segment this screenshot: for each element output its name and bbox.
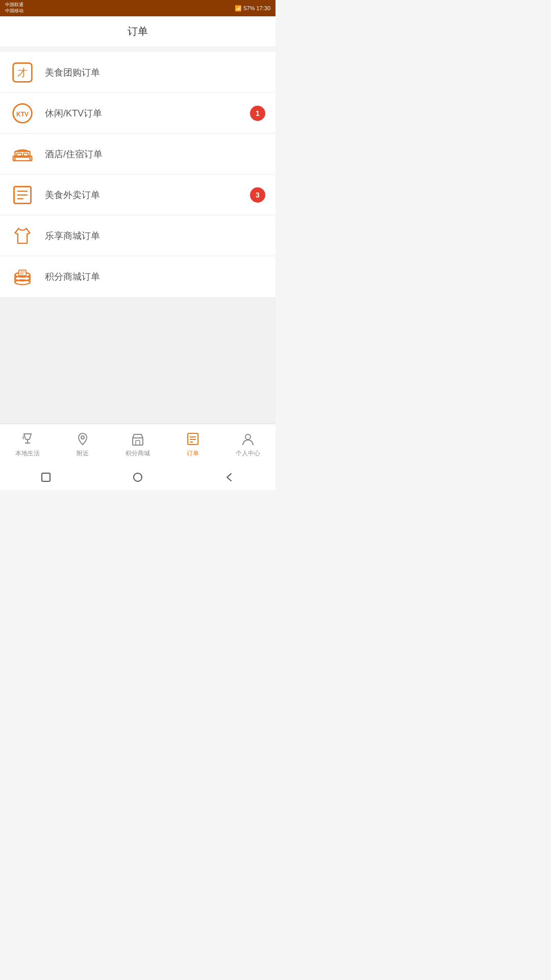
hotel-label: 酒店/住宿订单 <box>45 148 103 160</box>
nav-item-nearby[interactable]: 附近 <box>55 431 110 458</box>
orders-icon <box>185 431 201 447</box>
menu-item-food-group[interactable]: 才 美食团购订单 <box>0 52 276 93</box>
mall-icon <box>10 224 35 248</box>
menu-item-ktv[interactable]: KTV 休闲/KTV订单 1 <box>0 93 276 134</box>
bottom-nav: 本地生活 附近 积分商城 <box>0 424 276 464</box>
menu-item-mall[interactable]: 乐享商城订单 <box>0 215 276 256</box>
menu-list: 才 美食团购订单 KTV 休闲/KTV订单 1 <box>0 52 276 297</box>
ktv-label: 休闲/KTV订单 <box>45 107 102 119</box>
nav-item-orders[interactable]: 订单 <box>165 431 220 458</box>
points-label: 积分商城订单 <box>45 271 100 283</box>
person-icon <box>240 431 256 447</box>
menu-item-hotel[interactable]: 酒店/住宿订单 <box>0 134 276 175</box>
svg-point-36 <box>134 473 142 481</box>
hotel-icon <box>10 142 35 166</box>
nav-label-local: 本地生活 <box>15 449 40 458</box>
takeout-icon <box>10 183 35 207</box>
back-button[interactable] <box>220 468 239 486</box>
svg-text:KTV: KTV <box>16 110 29 117</box>
svg-text:才: 才 <box>17 67 28 78</box>
svg-rect-21 <box>19 270 27 276</box>
svg-rect-35 <box>42 473 50 481</box>
shop-icon <box>130 431 146 447</box>
square-button[interactable] <box>37 468 55 486</box>
food-group-label: 美食团购订单 <box>45 66 100 79</box>
nav-item-local[interactable]: 本地生活 <box>0 431 55 458</box>
circle-button[interactable] <box>129 468 147 486</box>
carrier-info: 中国联通 中国移动 <box>5 2 23 14</box>
header: 订单 <box>0 16 276 47</box>
status-right: 📶 57% 17:30 <box>235 5 270 12</box>
takeout-badge: 3 <box>250 187 265 203</box>
ktv-badge: 1 <box>250 106 265 121</box>
nav-item-points-mall[interactable]: 积分商城 <box>110 431 165 458</box>
mall-label: 乐享商城订单 <box>45 230 100 242</box>
location-icon <box>74 431 91 447</box>
status-bar: 中国联通 中国移动 📶 57% 17:30 <box>0 0 276 16</box>
drink-icon <box>19 431 36 447</box>
svg-rect-29 <box>136 440 140 445</box>
svg-point-26 <box>81 436 84 439</box>
ktv-icon: KTV <box>10 101 35 126</box>
system-nav <box>0 464 276 490</box>
nav-label-orders: 订单 <box>187 449 199 458</box>
menu-item-takeout[interactable]: 美食外卖订单 3 <box>0 175 276 215</box>
page-title: 订单 <box>128 24 148 38</box>
takeout-label: 美食外卖订单 <box>45 189 100 201</box>
nav-label-points-mall: 积分商城 <box>126 449 150 458</box>
nav-item-profile[interactable]: 个人中心 <box>220 431 276 458</box>
points-icon <box>10 264 35 289</box>
menu-item-points[interactable]: 积分商城订单 <box>0 256 276 297</box>
gray-spacer <box>0 297 276 424</box>
svg-rect-27 <box>133 438 143 445</box>
nav-label-nearby: 附近 <box>77 449 89 458</box>
svg-point-34 <box>245 434 251 439</box>
food-group-icon: 才 <box>10 60 35 85</box>
nav-label-profile: 个人中心 <box>236 449 260 458</box>
